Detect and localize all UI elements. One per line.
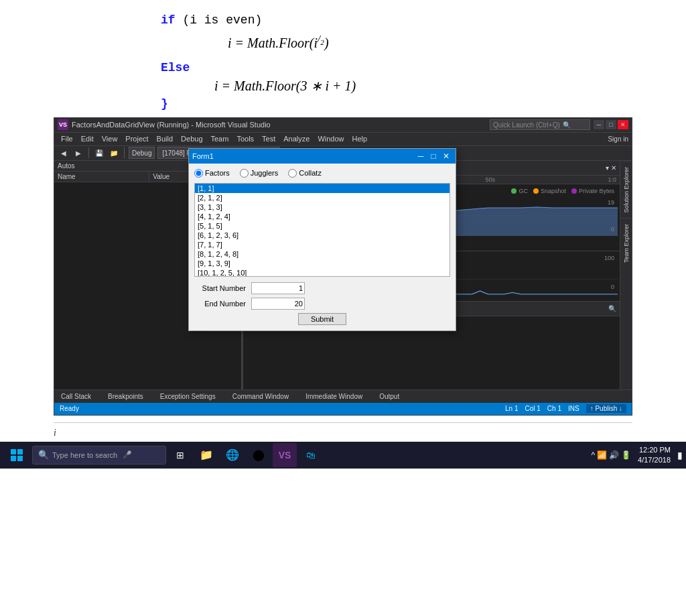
list-item-4[interactable]: [5, 1, 5] <box>195 221 450 231</box>
list-item-1[interactable]: [2, 1, 2] <box>195 193 450 202</box>
legend-snapshot-label: Snapshot <box>541 188 566 194</box>
file-explorer-taskbar-btn[interactable]: 📁 <box>194 443 218 467</box>
system-clock[interactable]: 12:20 PM 4/17/2018 <box>634 445 674 465</box>
vs-taskbar-btn[interactable]: VS <box>273 443 297 467</box>
form1-close-btn[interactable]: ✕ <box>440 150 452 162</box>
battery-icon[interactable]: 🔋 <box>621 450 631 460</box>
svg-rect-4 <box>11 449 16 454</box>
menu-project[interactable]: Project <box>122 134 151 143</box>
diag-pin-btn[interactable]: ▾ ✕ <box>606 164 616 172</box>
taskbar-right-area: ^ 📶 🔊 🔋 12:20 PM 4/17/2018 ▮ <box>591 445 683 465</box>
store-taskbar-btn[interactable]: 🛍 <box>299 443 323 467</box>
publish-button[interactable]: ↑ Publish ↓ <box>586 404 626 413</box>
network-icon[interactable]: 📶 <box>597 450 607 460</box>
volume-icon[interactable]: 🔊 <box>609 450 619 460</box>
toolbar-save-btn[interactable]: 💾 <box>93 147 105 159</box>
math-formula1: i = Math.Floor(i/2) <box>228 34 659 51</box>
svg-rect-7 <box>17 456 23 461</box>
team-explorer-tab[interactable]: Team Explorer <box>622 218 631 268</box>
math-if-line: if (i is even) <box>161 13 659 27</box>
btab-breakpoints[interactable]: Breakpoints <box>105 391 147 402</box>
toolbar-open-btn[interactable]: 📁 <box>108 147 120 159</box>
list-item-3[interactable]: [4, 1, 2, 4] <box>195 212 450 221</box>
radio-factors[interactable]: Factors <box>194 169 230 178</box>
gc-dot <box>511 188 517 194</box>
menu-help[interactable]: Help <box>349 134 371 143</box>
status-col: Col 1 <box>525 405 540 412</box>
status-right: Ln 1 Col 1 Ch 1 INS ↑ Publish ↓ <box>505 404 626 413</box>
toolbar-back-btn[interactable]: ◀ <box>58 147 70 159</box>
divider <box>54 422 632 423</box>
menu-analyze[interactable]: Analyze <box>280 134 313 143</box>
math-closing-brace: } <box>161 97 659 111</box>
store-icon: 🛍 <box>306 450 316 460</box>
end-number-input[interactable] <box>251 298 305 310</box>
menu-window[interactable]: Window <box>314 134 347 143</box>
edge-taskbar-btn[interactable]: 🌐 <box>220 443 245 467</box>
status-ch: Ch 1 <box>547 405 561 412</box>
legend-gc: GC <box>511 188 528 194</box>
chrome-icon: ⬤ <box>253 448 265 461</box>
list-item-5[interactable]: [6, 1, 2, 3, 6] <box>195 231 450 240</box>
private-bytes-dot <box>571 188 577 194</box>
search-icon: 🔍 <box>563 121 571 129</box>
menu-debug[interactable]: Debug <box>178 134 206 143</box>
taskbar-search-box[interactable]: 🔍 Type here to search 🎤 <box>32 446 166 465</box>
tray-arrow-icon[interactable]: ^ <box>591 450 595 460</box>
minimize-button[interactable]: ─ <box>594 120 604 129</box>
ide-titlebar: VS FactorsAndDataGridView (Running) - Mi… <box>54 118 632 133</box>
quick-launch-box[interactable]: Quick Launch (Ctrl+Q) 🔍 <box>490 119 590 130</box>
menu-edit[interactable]: Edit <box>78 134 97 143</box>
form1-titlebar: Form1 ─ □ ✕ <box>189 149 456 164</box>
show-desktop-btn[interactable]: ▮ <box>677 450 683 460</box>
btab-exception-settings[interactable]: Exception Settings <box>157 391 219 402</box>
start-button[interactable] <box>3 442 30 469</box>
sign-in-link[interactable]: Sign in <box>608 135 628 143</box>
list-item-8[interactable]: [9, 1, 3, 9] <box>195 259 450 268</box>
submit-row: Submit <box>194 313 450 325</box>
quick-launch-text: Quick Launch (Ctrl+Q) <box>493 121 560 129</box>
radio-factors-label: Factors <box>205 169 230 177</box>
chrome-taskbar-btn[interactable]: ⬤ <box>247 443 271 467</box>
form1-dialog: Form1 ─ □ ✕ Factors Jugglers Collatz <box>188 148 456 331</box>
solution-explorer-tab[interactable]: Solution Explorer <box>622 161 631 219</box>
math-else-keyword: Else <box>161 61 659 74</box>
form1-minimize-btn[interactable]: ─ <box>415 150 427 162</box>
btab-immediate-window[interactable]: Immediate Window <box>302 391 366 402</box>
menu-build[interactable]: Build <box>153 134 176 143</box>
timeline-50s: 50s <box>485 176 495 183</box>
taskbar-search-text: Type here to search <box>52 451 117 459</box>
list-item-2[interactable]: [3, 1, 3] <box>195 202 450 212</box>
start-number-input[interactable] <box>251 282 305 294</box>
toolbar-forward-btn[interactable]: ▶ <box>72 147 84 159</box>
radio-collatz[interactable]: Collatz <box>288 169 322 178</box>
menu-file[interactable]: File <box>58 134 76 143</box>
math-content: if (i is even) i = Math.Floor(i/2) Else … <box>0 0 686 117</box>
taskbar-search-icon: 🔍 <box>38 450 49 460</box>
radio-jugglers[interactable]: Jugglers <box>240 169 279 178</box>
clock-date: 4/17/2018 <box>638 455 671 465</box>
vs-logo: VS <box>58 119 68 130</box>
list-item-0[interactable]: [1, 1] <box>195 184 450 193</box>
start-number-row: Start Number <box>194 282 450 294</box>
menu-tools[interactable]: Tools <box>233 134 257 143</box>
list-item-7[interactable]: [8, 1, 2, 4, 8] <box>195 249 450 259</box>
system-tray: ^ 📶 🔊 🔋 <box>591 450 631 460</box>
btab-call-stack[interactable]: Call Stack <box>58 391 94 402</box>
status-ready: Ready <box>60 405 79 412</box>
list-item-9[interactable]: [10, 1, 2, 5, 10] <box>195 268 450 277</box>
close-ide-button[interactable]: ✕ <box>618 120 628 129</box>
submit-button[interactable]: Submit <box>298 313 346 325</box>
debug-dropdown[interactable]: Debug <box>129 147 155 159</box>
btab-output[interactable]: Output <box>376 391 403 402</box>
list-item-6[interactable]: [7, 1, 7] <box>195 240 450 249</box>
form1-maximize-btn[interactable]: □ <box>427 150 439 162</box>
results-listbox[interactable]: [1, 1] [2, 1, 2] [3, 1, 3] [4, 1, 2, 4] … <box>194 183 450 277</box>
start-number-label: Start Number <box>194 284 251 292</box>
maximize-button[interactable]: □ <box>606 120 616 129</box>
menu-team[interactable]: Team <box>208 134 232 143</box>
menu-view[interactable]: View <box>98 134 121 143</box>
menu-test[interactable]: Test <box>259 134 279 143</box>
btab-command-window[interactable]: Command Window <box>229 391 292 402</box>
task-view-button[interactable]: ⊞ <box>168 443 192 467</box>
